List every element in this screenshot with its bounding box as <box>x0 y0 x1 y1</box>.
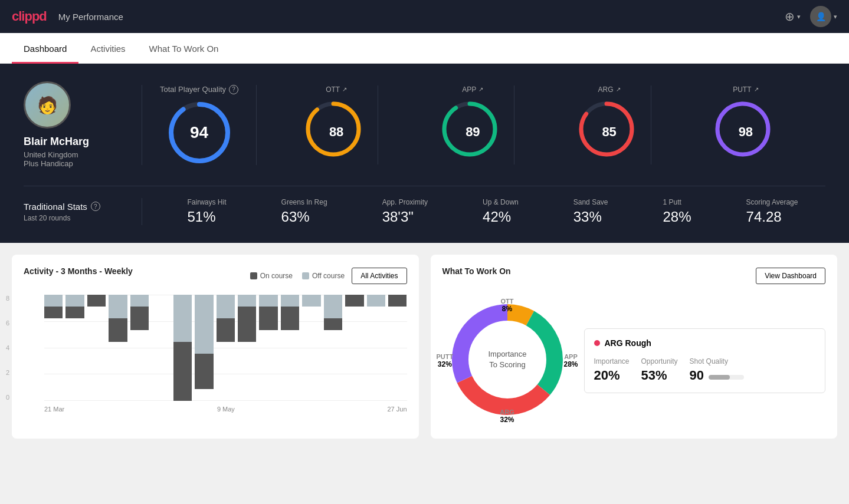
total-player-quality: Total Player Quality ? 94 <box>160 85 257 165</box>
bar-group <box>65 295 84 401</box>
donut-wrapper: Importance To Scoring OTT 8% APP 28% ARG <box>442 295 572 427</box>
bar-off-course <box>281 295 299 307</box>
score-columns: OTT ↗ 88 APP ↗ <box>257 85 825 164</box>
arg-ring: 85 <box>577 100 642 164</box>
tpq-label: Total Player Quality ? <box>160 85 238 94</box>
tab-activities[interactable]: Activities <box>78 33 137 64</box>
user-menu[interactable]: 👤 ▾ <box>810 6 837 27</box>
add-button[interactable]: ⊕ ▾ <box>785 9 801 24</box>
red-dot-icon <box>594 340 600 346</box>
bar-off-course <box>217 295 235 318</box>
svg-text:Importance: Importance <box>488 350 526 358</box>
bar-group <box>302 295 320 401</box>
importance-value: 20% <box>594 368 630 383</box>
bar-group <box>152 295 170 401</box>
score-arg: ARG ↗ 85 <box>568 85 651 164</box>
stat-proximity-label: App. Proximity <box>382 198 428 206</box>
app-trend-icon: ↗ <box>478 86 483 93</box>
donut-label-putt: PUTT 32% <box>437 353 454 368</box>
ott-trend-icon: ↗ <box>342 86 347 93</box>
stat-up-down-value: 42% <box>483 209 511 225</box>
donut-chart-svg: Importance To Scoring <box>442 295 572 424</box>
avatar: 👤 <box>810 6 831 27</box>
bar-off-course <box>324 295 342 318</box>
info-metrics: Importance 20% Opportunity 53% Shot Qual… <box>594 357 816 383</box>
bar-on-course <box>345 295 363 307</box>
info-card-title: ARG Rough <box>594 338 816 348</box>
stat-fairways-value: 51% <box>188 209 216 225</box>
trad-stats-title: Traditional Stats ? <box>24 202 142 212</box>
svg-point-14 <box>471 323 544 396</box>
player-country: United Kingdom <box>24 150 78 159</box>
bar-off-course <box>173 295 192 342</box>
score-app: APP ↗ 89 <box>431 85 514 164</box>
donut-label-app: APP 28% <box>563 353 578 368</box>
bar-off-course <box>65 295 84 307</box>
app-ring: 89 <box>440 100 505 164</box>
putt-value: 98 <box>739 124 753 140</box>
bar-on-course <box>44 307 63 318</box>
trad-stats-help-icon[interactable]: ? <box>91 202 100 211</box>
bar-off-course <box>238 295 256 307</box>
stat-greens: Greens In Reg 63% <box>281 198 327 225</box>
bar-group <box>324 295 342 401</box>
player-info: 🧑 Blair McHarg United Kingdom Plus Handi… <box>24 81 142 168</box>
tab-what-to-work-on[interactable]: What To Work On <box>137 33 231 64</box>
player-avatar: 🧑 <box>24 81 71 129</box>
bar-on-course <box>217 318 235 342</box>
player-scores-row: 🧑 Blair McHarg United Kingdom Plus Handi… <box>24 81 825 168</box>
app-value: 89 <box>466 124 480 140</box>
view-dashboard-button[interactable]: View Dashboard <box>756 268 825 284</box>
bar-off-course <box>130 295 149 307</box>
stat-scoring: Scoring Average 74.28 <box>746 198 798 225</box>
stat-sand-value: 33% <box>573 209 602 225</box>
bar-group <box>44 295 63 401</box>
bar-group <box>238 295 256 401</box>
tab-dashboard[interactable]: Dashboard <box>12 33 78 64</box>
bar-on-course <box>388 295 407 307</box>
bar-group <box>109 295 127 401</box>
logo[interactable]: clippd <box>12 9 47 24</box>
bar-on-course <box>87 295 106 307</box>
chart-legend: On course Off course <box>250 272 345 280</box>
shot-quality-value: 90 <box>690 368 704 383</box>
bar-group <box>388 295 407 401</box>
donut-label-arg: ARG 32% <box>500 409 514 424</box>
shot-quality-bar-fill <box>709 375 730 380</box>
off-course-dot <box>302 272 309 279</box>
stat-fairways-label: Fairways Hit <box>188 198 227 206</box>
putt-ring: 98 <box>713 100 778 164</box>
all-activities-button[interactable]: All Activities <box>352 268 407 284</box>
opportunity-label: Opportunity <box>641 357 678 365</box>
avatar-initials: 👤 <box>816 12 826 21</box>
chart-body <box>44 295 407 401</box>
stat-proximity-value: 38'3" <box>382 209 414 225</box>
add-chevron: ▾ <box>797 13 801 21</box>
x-label-jun: 27 Jun <box>387 406 407 413</box>
bar-on-course <box>324 318 342 330</box>
app-label: APP ↗ <box>462 85 483 94</box>
stat-greens-value: 63% <box>281 209 310 225</box>
bar-group <box>367 295 385 401</box>
stat-scoring-label: Scoring Average <box>746 198 798 206</box>
bar-on-course <box>238 307 256 342</box>
arg-trend-icon: ↗ <box>616 86 621 93</box>
metric-importance: Importance 20% <box>594 357 630 383</box>
work-header: What To Work On View Dashboard <box>442 266 826 285</box>
chart-bars <box>44 295 407 401</box>
plus-icon: ⊕ <box>785 9 795 24</box>
importance-label: Importance <box>594 357 630 365</box>
traditional-stats-row: Traditional Stats ? Last 20 rounds Fairw… <box>24 186 825 225</box>
stat-one-putt: 1 Putt 28% <box>663 198 691 225</box>
stat-proximity: App. Proximity 38'3" <box>382 198 428 225</box>
work-content: Importance To Scoring OTT 8% APP 28% ARG <box>442 295 826 427</box>
stat-one-putt-value: 28% <box>663 209 691 225</box>
tpq-help-icon[interactable]: ? <box>229 85 238 94</box>
header: clippd My Performance ⊕ ▾ 👤 ▾ <box>0 0 849 33</box>
chart-header: Activity - 3 Months - Weekly On course O… <box>24 266 407 285</box>
shot-quality-bar <box>709 375 744 380</box>
bar-off-course <box>195 295 213 354</box>
hero-section: 🧑 Blair McHarg United Kingdom Plus Handi… <box>0 64 849 243</box>
stat-one-putt-label: 1 Putt <box>663 198 681 206</box>
chart-wrapper: 0 2 4 6 8 21 M <box>24 295 407 413</box>
